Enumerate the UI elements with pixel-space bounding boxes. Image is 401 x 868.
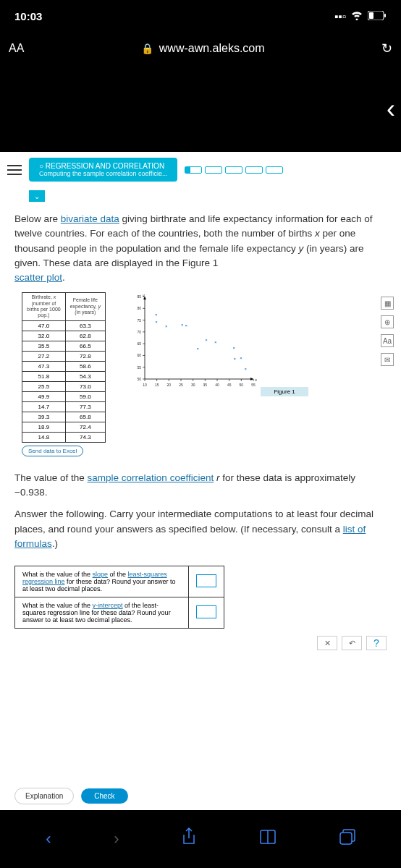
table-row: 47.063.3 [22,320,106,331]
svg-text:60: 60 [137,354,141,358]
svg-rect-55 [340,833,352,844]
cell-y: 63.3 [65,320,105,331]
tabs-icon[interactable] [339,829,355,849]
cell-x: 14.7 [22,401,66,412]
app-header: ○ REGRESSION AND CORRELATION Computing t… [0,152,401,187]
send-to-excel-button[interactable]: Send data to Excel [22,446,83,456]
lock-icon: 🔒 [141,43,153,54]
font-icon[interactable]: Aa [381,334,394,347]
side-toolbar: ▦ ⊕ Aa ✉ [381,297,394,366]
col-header-y: Female lifeexpectancy, y(in years) [65,293,105,321]
scatter-plot-link[interactable]: scatter plot [14,272,62,283]
yintercept-link[interactable]: y-intercept [93,602,123,609]
progress-pill [245,166,263,174]
cell-x: 49.9 [22,391,66,401]
intercept-input[interactable] [196,605,216,618]
slope-input[interactable] [196,574,216,587]
svg-text:70: 70 [137,330,141,334]
bivariate-link[interactable]: bivariate data [61,213,119,224]
back-chevron-icon[interactable]: ‹ [387,94,395,124]
explanation-button[interactable]: Explanation [14,788,74,804]
page-black-area: ‹ [0,65,401,152]
menu-icon[interactable] [7,165,22,175]
cell-y: 54.3 [65,371,105,381]
table-row: 49.959.0 [22,391,106,401]
reload-icon[interactable]: ↻ [381,41,392,56]
collapse-icon[interactable]: ⌄ [29,190,45,202]
svg-text:75: 75 [137,318,141,323]
question-1: What is the value of the slope of the le… [15,566,189,597]
undo-button[interactable]: ↶ [342,636,362,650]
table-row: 18.972.4 [22,422,106,432]
svg-text:80: 80 [137,307,141,311]
cell-y: 72.4 [65,422,105,432]
cell-x: 39.3 [22,412,66,422]
svg-text:35: 35 [203,383,208,387]
cell-x: 35.5 [22,341,66,351]
svg-text:×: × [181,323,184,327]
table-row: 47.358.6 [22,361,106,371]
svg-text:×: × [205,339,208,343]
svg-text:×: × [214,340,217,344]
svg-text:×: × [197,347,200,352]
text-size-button[interactable]: AA [9,42,24,55]
progress-pill [266,166,283,174]
signal-icon: ▪▪▫ [334,10,346,22]
calculator-icon[interactable]: ▦ [381,297,394,310]
correlation-link[interactable]: sample correlation coefficient [88,472,214,483]
address-bar[interactable]: 🔒 www-awn.aleks.com [35,42,370,55]
svg-text:50: 50 [137,377,141,381]
check-button[interactable]: Check [81,788,127,804]
svg-text:y: y [143,293,145,297]
bookmarks-icon[interactable] [259,829,277,849]
data-table: Birthrate, x(number ofbirths per 1000pop… [22,292,106,443]
svg-text:45: 45 [227,383,232,387]
problem-statement: Below are bivariate data giving birthrat… [0,205,401,292]
clear-button[interactable]: ✕ [317,636,337,650]
svg-text:×: × [245,367,248,371]
progress-pill [205,166,222,174]
svg-rect-2 [384,14,386,17]
svg-text:25: 25 [179,383,183,387]
svg-text:×: × [234,357,237,361]
share-icon[interactable] [182,827,196,851]
scatter-plot: 101520253035404550555055606570758085xy××… [127,292,308,456]
table-row: 39.365.8 [22,412,106,422]
svg-text:15: 15 [155,383,159,387]
svg-text:×: × [233,346,236,350]
cell-x: 14.8 [22,432,66,442]
answer-2-cell [189,597,224,629]
topic-pill[interactable]: ○ REGRESSION AND CORRELATION Computing t… [29,158,177,182]
svg-text:65: 65 [137,341,141,346]
help-button[interactable]: ? [366,636,387,650]
cell-y: 73.0 [65,381,105,391]
cell-y: 72.8 [65,351,105,361]
nav-forward-icon[interactable]: › [114,830,119,848]
cell-x: 32.0 [22,331,66,341]
svg-text:50: 50 [240,383,244,387]
page-content: ○ REGRESSION AND CORRELATION Computing t… [0,152,401,818]
svg-text:55: 55 [251,383,256,387]
cell-y: 62.8 [65,331,105,341]
mail-icon[interactable]: ✉ [381,353,394,366]
table-row: 14.777.3 [22,401,106,412]
svg-text:55: 55 [137,365,141,370]
svg-text:30: 30 [191,383,195,387]
progress-pills [185,166,283,174]
question-2: What is the value of the y-intercept of … [15,597,189,629]
svg-text:×: × [155,312,158,317]
topic-title: Computing the sample correlation coeffic… [39,170,167,177]
data-and-figure: Birthrate, x(number ofbirths per 1000pop… [0,292,401,464]
bottom-bar: Explanation Check [0,778,401,807]
nav-back-icon[interactable]: ‹ [46,830,51,848]
data-table-wrap: Birthrate, x(number ofbirths per 1000pop… [22,292,106,456]
cell-x: 51.8 [22,371,66,381]
status-bar: 10:03 ▪▪▫ [0,0,401,32]
cell-y: 58.6 [65,361,105,371]
svg-text:×: × [155,320,158,324]
slope-link[interactable]: slope [93,571,109,578]
tools-icon[interactable]: ⊕ [381,315,394,328]
table-row: 25.573.0 [22,381,106,391]
answer-toolbar: ✕ ↶ ? [317,636,387,650]
table-row: 51.854.3 [22,371,106,381]
